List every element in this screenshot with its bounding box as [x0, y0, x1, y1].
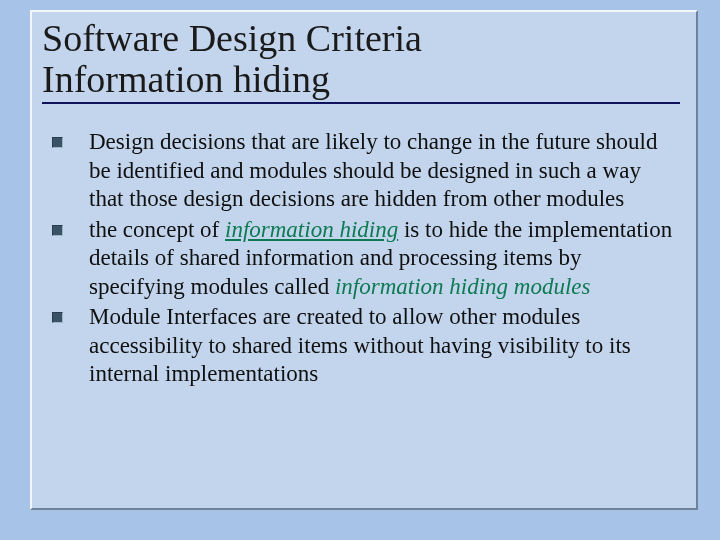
- square-bullet-icon: [52, 312, 63, 323]
- list-item: Module Interfaces are created to allow o…: [52, 303, 680, 389]
- bullet-list: Design decisions that are likely to chan…: [42, 128, 680, 389]
- text-run: Module Interfaces are created to allow o…: [89, 304, 631, 386]
- emphasis-term: information hiding modules: [335, 274, 591, 299]
- emphasis-term: information hiding: [225, 217, 398, 242]
- list-item: Design decisions that are likely to chan…: [52, 128, 680, 214]
- bullet-text: the concept of information hiding is to …: [89, 216, 680, 302]
- bullet-text: Design decisions that are likely to chan…: [89, 128, 680, 214]
- slide-panel: Software Design Criteria Information hid…: [30, 10, 698, 510]
- square-bullet-icon: [52, 225, 63, 236]
- slide-title-line2: Information hiding: [42, 59, 680, 100]
- bullet-text: Module Interfaces are created to allow o…: [89, 303, 680, 389]
- slide-title-line1: Software Design Criteria: [42, 18, 680, 59]
- text-run: the concept of: [89, 217, 225, 242]
- text-run: Design decisions that are likely to chan…: [89, 129, 657, 211]
- list-item: the concept of information hiding is to …: [52, 216, 680, 302]
- square-bullet-icon: [52, 137, 63, 148]
- title-underline: [42, 102, 680, 104]
